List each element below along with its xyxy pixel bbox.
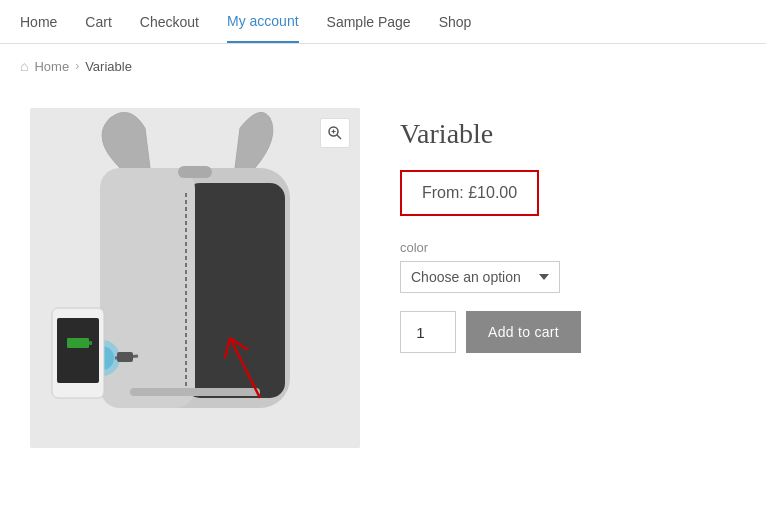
nav-home[interactable]: Home xyxy=(20,2,57,42)
breadcrumb-current: Variable xyxy=(85,59,132,74)
svg-rect-10 xyxy=(67,338,89,348)
svg-rect-12 xyxy=(117,352,133,362)
variation-label: color xyxy=(400,240,736,255)
zoom-button[interactable] xyxy=(320,118,350,148)
nav-cart[interactable]: Cart xyxy=(85,2,111,42)
svg-rect-2 xyxy=(185,183,285,398)
product-image xyxy=(30,108,360,448)
product-image-wrap xyxy=(30,108,360,448)
price-label: From: £10.00 xyxy=(422,184,517,201)
svg-rect-11 xyxy=(89,341,92,345)
svg-rect-3 xyxy=(100,168,195,408)
svg-rect-4 xyxy=(178,166,212,178)
svg-rect-9 xyxy=(57,318,99,383)
quantity-input[interactable] xyxy=(400,311,456,353)
variation-row-color: color Choose an option Black Grey Blue xyxy=(400,240,736,293)
nav-sample-page[interactable]: Sample Page xyxy=(327,2,411,42)
price-box: From: £10.00 xyxy=(400,170,539,216)
svg-line-19 xyxy=(337,135,341,139)
add-to-cart-button[interactable]: Add to cart xyxy=(466,311,581,353)
breadcrumb: ⌂ Home › Variable xyxy=(0,44,766,88)
svg-rect-14 xyxy=(130,388,260,396)
cart-row: Add to cart xyxy=(400,311,736,353)
nav-checkout[interactable]: Checkout xyxy=(140,2,199,42)
color-select[interactable]: Choose an option Black Grey Blue xyxy=(400,261,560,293)
product-title: Variable xyxy=(400,118,736,150)
home-icon: ⌂ xyxy=(20,58,28,74)
product-container: Variable From: £10.00 color Choose an op… xyxy=(0,88,766,488)
nav-my-account[interactable]: My account xyxy=(227,1,299,43)
product-info: Variable From: £10.00 color Choose an op… xyxy=(400,108,736,448)
breadcrumb-home[interactable]: Home xyxy=(34,59,69,74)
breadcrumb-separator: › xyxy=(75,59,79,73)
main-nav: Home Cart Checkout My account Sample Pag… xyxy=(0,0,766,44)
nav-shop[interactable]: Shop xyxy=(439,2,472,42)
